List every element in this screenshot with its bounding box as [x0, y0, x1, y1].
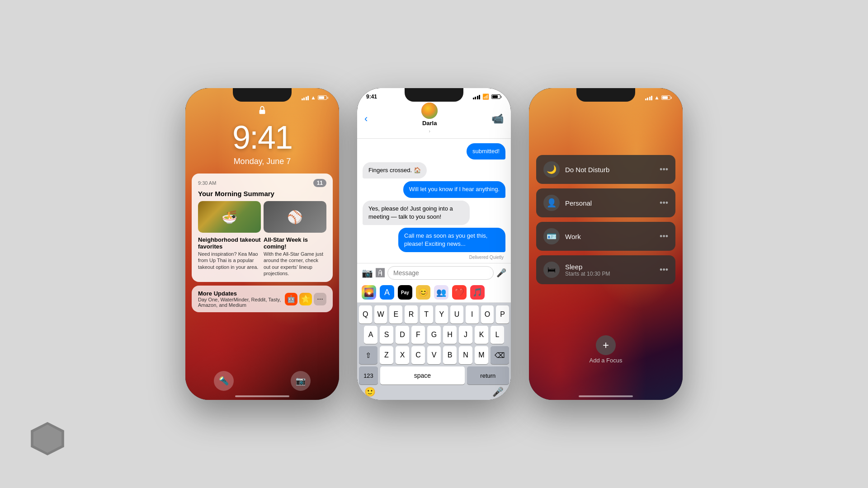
kb-shift[interactable]: ⇧ — [359, 346, 377, 364]
kb-c[interactable]: C — [411, 346, 425, 364]
focus-more-work[interactable]: ••• — [660, 232, 668, 241]
msg-body: submitted! Fingers crossed. 🏠 Will let y… — [357, 139, 511, 263]
kb-x[interactable]: X — [396, 346, 409, 364]
focus-name-personal: Personal — [565, 199, 592, 207]
kb-row-1: Q W E R T Y U I O P — [359, 305, 509, 324]
msg-status-bar: 9:41 📶 — [357, 88, 511, 100]
kb-e[interactable]: E — [389, 305, 402, 324]
ls-camera-btn[interactable]: 📷 — [291, 371, 311, 391]
msg-battery — [491, 94, 502, 99]
msg-contact-chevron: › — [429, 129, 430, 134]
msg-bubble-1: Fingers crossed. 🏠 — [363, 162, 427, 178]
kb-k[interactable]: K — [475, 326, 488, 344]
kb-d[interactable]: D — [396, 326, 409, 344]
msg-avatar — [421, 103, 438, 119]
kb-m[interactable]: M — [475, 346, 488, 364]
focus-battery — [661, 95, 672, 100]
kb-p[interactable]: P — [496, 305, 509, 324]
kb-h[interactable]: H — [443, 326, 457, 344]
ls-more-apps: Day One, WaterMinder, Reddit, Tasty, Ama… — [198, 297, 285, 308]
kb-f[interactable]: F — [411, 326, 425, 344]
kb-r[interactable]: R — [405, 305, 418, 324]
ls-more-updates[interactable]: More Updates Day One, WaterMinder, Reddi… — [192, 286, 333, 312]
phone-1-lockscreen: ▲ 9:41 Monday, June 7 — [185, 88, 339, 400]
focus-card-sleep[interactable]: 🛏 Sleep Starts at 10:30 PM ••• — [536, 255, 675, 284]
ls-news-body-2: With the All-Star Game just around the c… — [264, 251, 326, 277]
kb-j[interactable]: J — [459, 326, 472, 344]
msg-bubble-0: submitted! — [467, 143, 505, 160]
msg-wifi-icon: 📶 — [482, 94, 489, 100]
kb-w[interactable]: W — [374, 305, 387, 324]
focus-icon-sleep: 🛏 — [543, 262, 560, 278]
phone-2-messages: 9:41 📶 ‹ — [357, 88, 511, 400]
msg-app-music[interactable]: 🎵 — [470, 285, 485, 300]
kb-n[interactable]: N — [459, 346, 472, 364]
kb-123[interactable]: 123 — [359, 366, 378, 385]
ls-news-title-2: All-Star Week is coming! — [264, 236, 326, 250]
kb-a[interactable]: A — [364, 326, 377, 344]
focus-card-work[interactable]: 🪪 Work ••• — [536, 222, 675, 251]
kb-o[interactable]: O — [481, 305, 494, 324]
focus-cards: 🌙 Do Not Disturb ••• 👤 Personal ••• — [536, 155, 675, 284]
kb-g[interactable]: G — [427, 326, 441, 344]
msg-video-btn[interactable]: 📹 — [491, 113, 504, 125]
msg-app-store[interactable]: A — [380, 285, 394, 300]
focus-more-personal[interactable]: ••• — [660, 198, 668, 208]
kb-u[interactable]: U — [450, 305, 463, 324]
kb-l[interactable]: L — [491, 326, 504, 344]
svg-rect-2 — [259, 110, 265, 114]
kb-backspace[interactable]: ⌫ — [491, 346, 509, 364]
kb-mic-btn[interactable]: 🎤 — [492, 386, 504, 397]
msg-contact-name: Darla — [421, 120, 438, 127]
kb-return[interactable]: return — [467, 366, 509, 385]
ls-notif-images — [198, 201, 326, 233]
msg-input-field[interactable] — [387, 266, 494, 280]
msg-apps-icon[interactable]: 🅰 — [376, 268, 385, 278]
msg-camera-input-icon[interactable]: 📷 — [362, 267, 373, 278]
ls-flashlight-btn[interactable]: 🔦 — [214, 371, 234, 391]
kb-i[interactable]: I — [466, 305, 479, 324]
ls-notification-card[interactable]: 9:30 AM 11 Your Morning Summary Neighbor… — [192, 174, 333, 282]
focus-more-sleep[interactable]: ••• — [660, 265, 668, 275]
kb-space[interactable]: space — [380, 366, 465, 385]
focus-add-label: Add a Focus — [590, 357, 623, 364]
messages-screen: 9:41 📶 ‹ — [357, 88, 511, 400]
msg-app-group[interactable]: 👥 — [434, 285, 448, 300]
ls-more-icons: 🤖 ⭐ ··· — [285, 293, 326, 305]
focus-icon-dnd: 🌙 — [543, 161, 560, 178]
kb-v[interactable]: V — [427, 346, 441, 364]
msg-delivered: Delivered Quietly — [363, 255, 505, 260]
kb-emoji-btn[interactable]: 🙂 — [364, 386, 376, 397]
focus-sub-sleep: Starts at 10:30 PM — [565, 271, 610, 277]
msg-app-pay[interactable]: Pay — [398, 285, 412, 300]
ls-notif-img-sport — [264, 201, 326, 233]
ls-status-bar: ▲ — [185, 88, 339, 101]
focus-add-btn[interactable]: + — [596, 335, 616, 355]
ls-notif-title: Your Morning Summary — [198, 190, 326, 197]
ls-signal-group: ▲ — [302, 94, 328, 101]
msg-back-btn[interactable]: ‹ — [364, 113, 368, 125]
kb-q[interactable]: Q — [359, 305, 372, 324]
msg-app-heart[interactable]: ❤️ — [452, 285, 467, 300]
kb-row-2: A S D F G H J K L — [359, 326, 509, 344]
ls-wifi-icon: ▲ — [311, 94, 316, 101]
keyboard: Q W E R T Y U I O P A S D F G H — [357, 303, 511, 400]
focus-card-dnd[interactable]: 🌙 Do Not Disturb ••• — [536, 155, 675, 184]
kb-y[interactable]: Y — [435, 305, 448, 324]
ls-bottom-controls: 🔦 📷 — [185, 371, 339, 391]
kb-bottom-row: 123 space return — [359, 366, 509, 385]
kb-z[interactable]: Z — [380, 346, 393, 364]
kb-t[interactable]: T — [420, 305, 433, 324]
msg-app-memoji[interactable]: 😊 — [416, 285, 430, 300]
msg-contact[interactable]: Darla › — [421, 103, 438, 135]
focus-card-personal[interactable]: 👤 Personal ••• — [536, 188, 675, 217]
kb-b[interactable]: B — [443, 346, 457, 364]
ls-date: Monday, June 7 — [185, 157, 339, 166]
ls-notif-img-food — [198, 201, 261, 233]
msg-app-photos[interactable]: 🌄 — [362, 285, 376, 300]
msg-audio-icon[interactable]: 🎤 — [496, 268, 506, 278]
ls-battery — [318, 95, 328, 100]
kb-s[interactable]: S — [380, 326, 393, 344]
focus-more-dnd[interactable]: ••• — [660, 165, 668, 174]
reddit-icon: 🤖 — [285, 293, 297, 305]
